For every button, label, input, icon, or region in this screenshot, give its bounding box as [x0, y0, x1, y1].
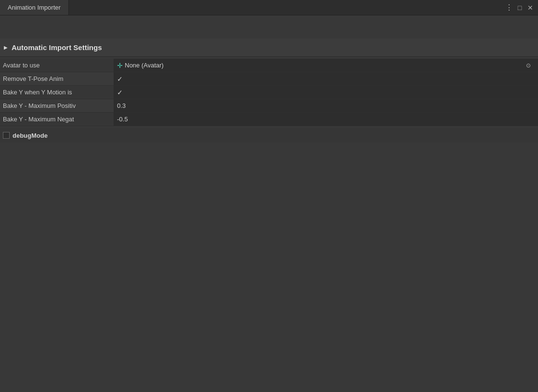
- avatar-person-icon: ✛: [117, 62, 123, 69]
- section-header: ▶ Automatic Import Settings: [0, 39, 538, 57]
- bake-y-motion-value[interactable]: ✓: [114, 86, 538, 99]
- bake-y-max-negative-label: Bake Y - Maximum Negat: [0, 116, 114, 123]
- title-bar-controls: ⋮ □ ✕: [505, 4, 534, 12]
- remove-tpose-label: Remove T-Pose Anim: [0, 75, 114, 82]
- bake-y-max-negative-number: -0.5: [117, 116, 128, 123]
- bake-y-max-negative-row: Bake Y - Maximum Negat -0.5: [0, 113, 538, 126]
- remove-tpose-checkmark: ✓: [117, 75, 123, 83]
- title-tab[interactable]: Animation Importer: [0, 0, 69, 15]
- bake-y-motion-label: Bake Y when Y Motion is: [0, 89, 114, 96]
- debug-mode-row: debugMode: [0, 128, 538, 143]
- debug-mode-checkbox[interactable]: [3, 132, 10, 139]
- avatar-dropdown-button[interactable]: ⊙: [524, 61, 533, 70]
- bake-y-motion-checkmark: ✓: [117, 89, 123, 96]
- remove-tpose-value[interactable]: ✓: [114, 72, 538, 85]
- bake-y-max-negative-value[interactable]: -0.5: [114, 113, 538, 126]
- debug-mode-label: debugMode: [13, 132, 48, 139]
- avatar-to-use-row: Avatar to use ✛ None (Avatar) ⊙: [0, 59, 538, 72]
- dots-menu-button[interactable]: ⋮: [505, 4, 513, 12]
- bake-y-motion-row: Bake Y when Y Motion is ✓: [0, 86, 538, 99]
- bake-y-max-positive-number: 0.3: [117, 102, 126, 109]
- bake-y-max-positive-row: Bake Y - Maximum Positiv 0.3: [0, 99, 538, 113]
- section-title: Automatic Import Settings: [12, 43, 102, 52]
- avatar-value-text: None (Avatar): [125, 62, 164, 69]
- title-bar: Animation Importer ⋮ □ ✕: [0, 0, 538, 15]
- section-collapse-arrow[interactable]: ▶: [4, 45, 8, 50]
- avatar-to-use-value[interactable]: ✛ None (Avatar) ⊙: [114, 59, 538, 72]
- close-button[interactable]: ✕: [526, 4, 534, 12]
- remove-tpose-row: Remove T-Pose Anim ✓: [0, 72, 538, 86]
- maximize-button[interactable]: □: [516, 4, 524, 12]
- title-tab-label: Animation Importer: [8, 4, 61, 11]
- avatar-to-use-label: Avatar to use: [0, 62, 114, 69]
- avatar-dropdown[interactable]: ✛ None (Avatar) ⊙: [117, 62, 535, 69]
- bake-y-max-positive-value[interactable]: 0.3: [114, 99, 538, 112]
- settings-area: Avatar to use ✛ None (Avatar) ⊙ Remove T…: [0, 57, 538, 128]
- bake-y-max-positive-label: Bake Y - Maximum Positiv: [0, 102, 114, 109]
